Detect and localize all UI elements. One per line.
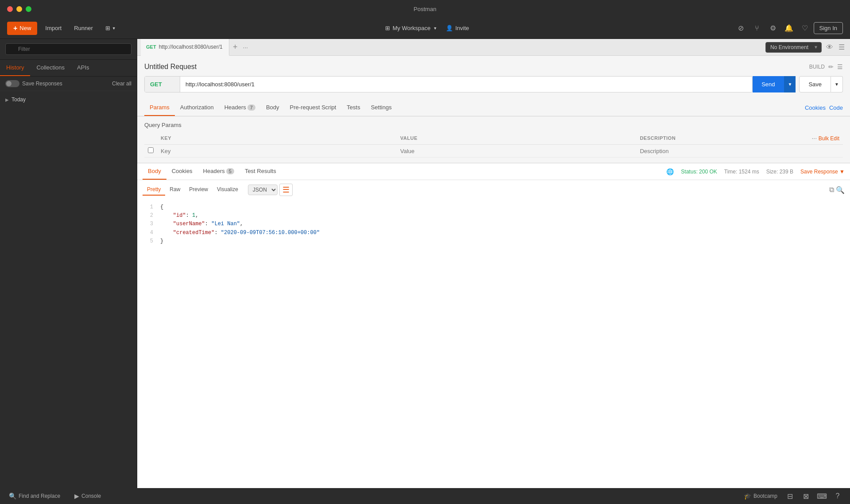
sidebar-tabs: History Collections APIs — [0, 60, 137, 77]
response-content: Pretty Raw Preview Visualize JSON ☰ ⧉ 🔍 — [137, 180, 850, 253]
tab-pre-request-script[interactable]: Pre-request Script — [285, 100, 342, 116]
toggle-switch[interactable] — [5, 80, 19, 87]
runner-button[interactable]: Runner — [70, 22, 97, 34]
workspace-button[interactable]: ⊞ My Workspace ▼ — [381, 22, 442, 34]
split-horizontal-button[interactable]: ⊟ — [783, 489, 797, 503]
code-line-4: 4 "createdTime": "2020-09-09T07:56:10.00… — [146, 229, 841, 237]
resp-format-preview[interactable]: Preview — [185, 184, 212, 196]
bootcamp-item[interactable]: 🎓 Bootcamp — [740, 491, 781, 501]
edit-icon-button[interactable]: ✏ — [828, 63, 834, 70]
line-content-1: { — [160, 203, 163, 212]
resp-tab-body[interactable]: Body — [143, 163, 166, 180]
layout-icon: ⊞ — [105, 25, 110, 31]
send-button[interactable]: Send — [753, 76, 784, 92]
view-switcher-button[interactable]: ⊞ ▼ — [101, 22, 120, 34]
save-response-button[interactable]: Save Response ▼ — [800, 169, 845, 175]
tab-more-button[interactable]: ··· — [241, 44, 250, 51]
env-actions: 👁 ☰ — [824, 41, 846, 53]
row-checkbox[interactable] — [148, 147, 154, 153]
code-button[interactable]: Code — [829, 104, 843, 111]
code-line-1: 1 { — [146, 203, 841, 212]
format-select[interactable]: JSON — [248, 185, 278, 195]
tab-authorization[interactable]: Authorization — [175, 100, 219, 116]
new-button[interactable]: + New — [7, 22, 37, 35]
tab-settings[interactable]: Settings — [366, 100, 397, 116]
globe-icon[interactable]: 🌐 — [666, 168, 674, 175]
description-input[interactable] — [640, 148, 804, 154]
import-button[interactable]: Import — [41, 22, 66, 34]
sign-in-button[interactable]: Sign In — [814, 22, 843, 34]
find-replace-label: Find and Replace — [19, 493, 60, 499]
response-size: Size: 239 B — [766, 169, 793, 175]
value-input[interactable] — [400, 148, 633, 154]
value-cell[interactable] — [397, 145, 636, 158]
clear-all-button[interactable]: Clear all — [112, 81, 131, 87]
method-select[interactable]: GET POST PUT DELETE PATCH — [145, 77, 180, 92]
sidebar-top-actions: Save Responses Clear all — [0, 77, 137, 91]
line-num-4: 4 — [146, 229, 153, 237]
send-dropdown-button[interactable]: ▼ — [784, 76, 796, 92]
url-input[interactable] — [180, 77, 752, 92]
new-label: New — [19, 25, 31, 31]
heart-icon-button[interactable]: ♡ — [798, 21, 812, 35]
workspace-label: My Workspace — [393, 25, 431, 31]
tab-body[interactable]: Body — [261, 100, 285, 116]
minimize-button[interactable] — [16, 6, 22, 12]
sidebar-section-today: ▶ Today — [0, 91, 137, 108]
params-more-button[interactable]: ··· — [811, 135, 817, 142]
console-item[interactable]: ▶ Console — [71, 491, 104, 501]
resp-format-pretty[interactable]: Pretty — [143, 184, 165, 196]
env-settings-button[interactable]: ☰ — [837, 41, 846, 53]
key-cell[interactable] — [157, 145, 397, 158]
query-params-title: Query Params — [144, 122, 843, 128]
key-input[interactable] — [161, 148, 393, 154]
resp-format-visualize[interactable]: Visualize — [212, 184, 243, 196]
new-tab-button[interactable]: + — [229, 42, 241, 52]
sync-icon-button[interactable]: ⊘ — [734, 21, 748, 35]
description-cell[interactable] — [636, 145, 808, 158]
keyboard-shortcuts-button[interactable]: ⌨ — [815, 489, 829, 503]
resp-format-raw[interactable]: Raw — [165, 184, 185, 196]
resp-tab-test-results[interactable]: Test Results — [240, 163, 282, 180]
tab-params[interactable]: Params — [144, 100, 175, 116]
resp-tab-cookies[interactable]: Cookies — [166, 163, 198, 180]
environment-select[interactable]: No Environment — [765, 42, 822, 53]
tab-right-actions: Cookies Code — [805, 104, 843, 111]
more-options-icon-button[interactable]: ☰ — [837, 63, 843, 70]
url-bar-row: GET POST PUT DELETE PATCH Send ▼ Save ▼ — [144, 76, 843, 92]
chevron-icon: ▼ — [112, 26, 116, 31]
response-time: Time: 1524 ms — [724, 169, 759, 175]
request-tab-active[interactable]: GET http://localhost:8080/user/1 — [141, 39, 229, 56]
bulk-edit-button[interactable]: Bulk Edit — [819, 135, 839, 142]
invite-button[interactable]: 👤 Invite — [441, 22, 473, 34]
format-select-area: JSON ☰ — [246, 184, 293, 196]
save-button[interactable]: Save — [799, 76, 831, 92]
filter-input[interactable] — [5, 43, 131, 55]
request-area: Untitled Request BUILD ✏ ☰ GET POST PUT … — [137, 56, 850, 100]
notifications-icon-button[interactable]: 🔔 — [782, 21, 796, 35]
settings-icon-button[interactable]: ⚙ — [766, 21, 780, 35]
env-eye-button[interactable]: 👁 — [824, 42, 835, 53]
filter-wrapper: 🔍 — [5, 43, 131, 55]
cookies-button[interactable]: Cookies — [805, 104, 826, 111]
content-area: GET http://localhost:8080/user/1 + ··· N… — [137, 39, 850, 488]
tab-headers[interactable]: Headers7 — [219, 100, 261, 116]
help-button[interactable]: ? — [831, 489, 845, 503]
maximize-button[interactable] — [26, 6, 31, 12]
save-dropdown-button[interactable]: ▼ — [831, 76, 843, 92]
fork-icon-button[interactable]: ⑂ — [750, 21, 764, 35]
wrap-lines-button[interactable]: ☰ — [279, 184, 293, 196]
find-replace-item[interactable]: 🔍 Find and Replace — [5, 491, 64, 501]
search-response-button[interactable]: 🔍 — [836, 186, 845, 194]
tab-collections[interactable]: Collections — [30, 60, 71, 76]
today-item[interactable]: ▶ Today — [0, 94, 137, 105]
tab-apis[interactable]: APIs — [71, 60, 95, 76]
copy-response-button[interactable]: ⧉ — [829, 186, 834, 194]
close-button[interactable] — [7, 6, 13, 12]
tab-tests[interactable]: Tests — [341, 100, 365, 116]
col-value: VALUE — [397, 132, 636, 145]
line-content-2: "id": 1, — [160, 212, 198, 220]
split-vertical-button[interactable]: ⊠ — [799, 489, 813, 503]
resp-tab-headers[interactable]: Headers5 — [198, 163, 240, 180]
tab-history[interactable]: History — [0, 60, 30, 76]
